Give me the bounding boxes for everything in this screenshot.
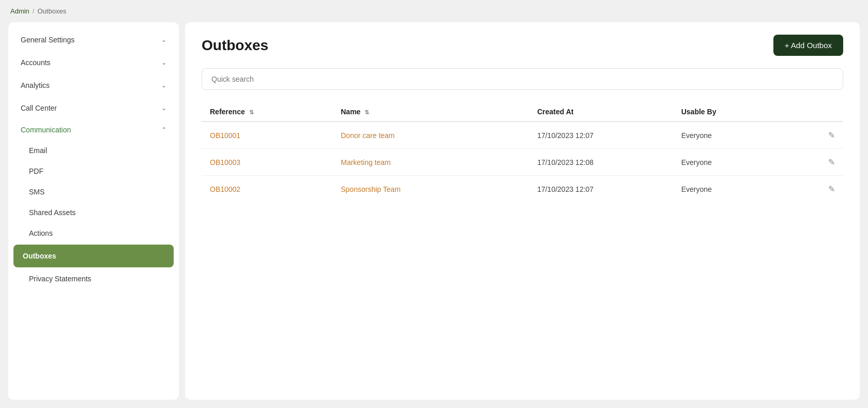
page-title: Outboxes <box>202 37 268 54</box>
sidebar-sub-item-email[interactable]: Email <box>8 140 179 161</box>
cell-created-at: 17/10/2023 12:08 <box>529 149 673 176</box>
sidebar-item-analytics[interactable]: Analytics ⌄ <box>8 74 179 97</box>
table-row: OB10003 Marketing team 17/10/2023 12:08 … <box>202 149 843 176</box>
cell-reference: OB10002 <box>202 176 332 203</box>
cell-usable-by: Everyone <box>673 122 804 149</box>
reference-link[interactable]: OB10003 <box>210 158 240 167</box>
sidebar: General Settings ⌄ Accounts ⌄ Analytics … <box>8 22 179 400</box>
col-header-actions <box>804 102 843 122</box>
sidebar-sub-item-sms[interactable]: SMS <box>8 182 179 202</box>
cell-edit-action: ✎ <box>804 122 843 149</box>
sidebar-sub-item-label: Privacy Statements <box>29 275 92 283</box>
sidebar-item-label: General Settings <box>21 36 74 44</box>
sidebar-sub-item-label: Outboxes <box>23 252 56 260</box>
sidebar-item-accounts[interactable]: Accounts ⌄ <box>8 51 179 74</box>
cell-name: Marketing team <box>332 149 529 176</box>
name-link[interactable]: Sponsorship Team <box>341 185 401 193</box>
table-row: OB10001 Donor care team 17/10/2023 12:07… <box>202 122 843 149</box>
edit-icon[interactable]: ✎ <box>828 131 835 140</box>
cell-name: Sponsorship Team <box>332 176 529 203</box>
content-header: Outboxes + Add Outbox <box>202 35 843 56</box>
sort-icon-reference[interactable]: ⇅ <box>249 109 254 116</box>
sidebar-item-communication[interactable]: Communication ⌃ <box>8 119 179 140</box>
col-header-name: Name ⇅ <box>332 102 529 122</box>
sidebar-sub-item-label: Email <box>29 146 47 155</box>
sidebar-item-label: Communication <box>21 126 71 134</box>
cell-created-at: 17/10/2023 12:07 <box>529 176 673 203</box>
sidebar-sub-item-pdf[interactable]: PDF <box>8 161 179 182</box>
chevron-down-icon: ⌄ <box>161 59 166 66</box>
cell-usable-by: Everyone <box>673 176 804 203</box>
sidebar-item-call-center[interactable]: Call Center ⌄ <box>8 97 179 119</box>
sidebar-sub-item-privacy-statements[interactable]: Privacy Statements <box>8 268 179 289</box>
sidebar-sub-item-label: Shared Assets <box>29 208 75 217</box>
cell-usable-by: Everyone <box>673 149 804 176</box>
sidebar-sub-item-label: PDF <box>29 167 43 175</box>
edit-icon[interactable]: ✎ <box>828 158 835 167</box>
cell-edit-action: ✎ <box>804 176 843 203</box>
sidebar-sub-item-label: SMS <box>29 188 44 196</box>
chevron-down-icon: ⌄ <box>161 104 166 112</box>
chevron-down-icon: ⌄ <box>161 82 166 89</box>
sort-icon-name[interactable]: ⇅ <box>364 109 369 116</box>
col-header-reference: Reference ⇅ <box>202 102 332 122</box>
cell-reference: OB10001 <box>202 122 332 149</box>
chevron-down-icon: ⌄ <box>161 36 166 43</box>
search-input[interactable] <box>202 68 843 90</box>
breadcrumb-current: Outboxes <box>37 7 66 15</box>
cell-created-at: 17/10/2023 12:07 <box>529 122 673 149</box>
main-content: Outboxes + Add Outbox Reference ⇅ Name ⇅ <box>185 22 860 400</box>
sidebar-sub-item-label: Actions <box>29 229 53 237</box>
col-header-created-at: Created At <box>529 102 673 122</box>
sidebar-sub-item-actions[interactable]: Actions <box>8 223 179 244</box>
sidebar-item-general-settings[interactable]: General Settings ⌄ <box>8 28 179 51</box>
sidebar-item-label: Call Center <box>21 104 57 112</box>
cell-edit-action: ✎ <box>804 149 843 176</box>
name-link[interactable]: Marketing team <box>341 158 390 167</box>
edit-icon[interactable]: ✎ <box>828 185 835 193</box>
reference-link[interactable]: OB10002 <box>210 185 240 193</box>
table-row: OB10002 Sponsorship Team 17/10/2023 12:0… <box>202 176 843 203</box>
sidebar-item-label: Analytics <box>21 81 50 89</box>
sidebar-sub-item-shared-assets[interactable]: Shared Assets <box>8 202 179 223</box>
outboxes-table: Reference ⇅ Name ⇅ Created At Usable By <box>202 102 843 202</box>
breadcrumb-separator: / <box>33 7 35 15</box>
name-link[interactable]: Donor care team <box>341 131 394 140</box>
reference-link[interactable]: OB10001 <box>210 131 240 140</box>
sidebar-sub-item-outboxes[interactable]: Outboxes <box>13 245 174 267</box>
breadcrumb-admin[interactable]: Admin <box>10 7 29 15</box>
col-header-usable-by: Usable By <box>673 102 804 122</box>
sidebar-item-label: Accounts <box>21 58 51 67</box>
breadcrumb: Admin / Outboxes <box>0 0 868 22</box>
cell-reference: OB10003 <box>202 149 332 176</box>
add-outbox-button[interactable]: + Add Outbox <box>773 35 843 56</box>
cell-name: Donor care team <box>332 122 529 149</box>
chevron-up-icon: ⌃ <box>161 126 166 133</box>
